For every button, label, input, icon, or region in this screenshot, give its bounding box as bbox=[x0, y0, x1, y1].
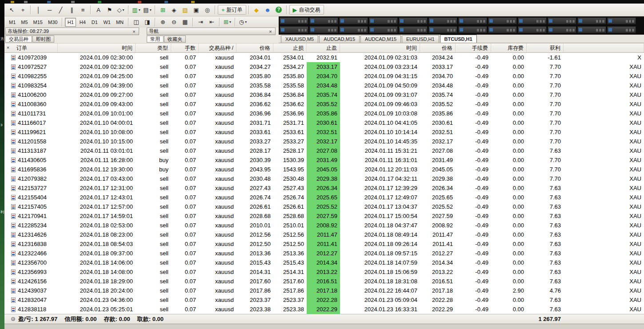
minimized-chart-titlebar[interactable] bbox=[488, 17, 517, 24]
crosshair-tool-button[interactable]: + bbox=[18, 5, 28, 15]
arrange-windows-button[interactable]: ◫ bbox=[131, 17, 141, 27]
arrows-tool-button[interactable]: ⚑ bbox=[104, 5, 115, 15]
timeframe-button-m5[interactable]: M5 bbox=[19, 18, 30, 27]
navigate-button[interactable]: ◈ bbox=[169, 5, 179, 15]
chart-tab-eurusd-h1[interactable]: EURUSD,H1 bbox=[402, 35, 439, 43]
chart-tab-btcusd-h1[interactable]: BTCUSD,H1 bbox=[440, 35, 477, 43]
community-button[interactable]: ☻ bbox=[263, 5, 273, 15]
timeframe-button-h1[interactable]: H1 bbox=[65, 18, 76, 27]
timeframe-button-mn[interactable]: MN bbox=[114, 18, 126, 27]
history-row[interactable]: 4111996212024.01.10 10:08:00sell0.07xauu… bbox=[4, 127, 644, 137]
trendline-tool-button[interactable]: ╱ bbox=[56, 5, 66, 15]
channel-tool-button[interactable]: ∥ bbox=[67, 5, 77, 15]
expand-window-button[interactable]: ⊞ bbox=[158, 5, 168, 15]
minimized-chart-titlebar[interactable] bbox=[428, 26, 457, 33]
column-header-order[interactable]: 订单 bbox=[11, 44, 58, 52]
minimized-chart-titlebar[interactable] bbox=[369, 17, 398, 24]
minimized-chart-titlebar[interactable] bbox=[518, 17, 547, 24]
column-header-type[interactable]: 类型 bbox=[136, 44, 171, 52]
minimized-chart-titlebar[interactable] bbox=[607, 17, 636, 24]
column-header-tp[interactable]: 止盈 bbox=[307, 44, 340, 52]
horizontal-line-tool-button[interactable]: ─ bbox=[44, 5, 55, 15]
history-row[interactable]: 4128381182024.01.23 05:25:01sell0.07xauu… bbox=[4, 305, 644, 314]
new-chart-button[interactable]: ▥▾ bbox=[131, 5, 141, 15]
history-row[interactable]: 4124390372024.01.18 20:24:00sell0.07xauu… bbox=[4, 286, 644, 295]
cursor-tool-button[interactable]: ↖ bbox=[7, 5, 17, 15]
timeframe-button-w1[interactable]: W1 bbox=[101, 18, 113, 27]
profiles-button[interactable]: ▤▾ bbox=[142, 5, 152, 15]
history-row[interactable]: 4110083602024.01.09 09:43:00sell0.07xauu… bbox=[4, 99, 644, 109]
history-row[interactable]: 4112015582024.01.10 10:15:00sell0.07xauu… bbox=[4, 137, 644, 146]
minimized-chart-titlebar[interactable] bbox=[339, 17, 368, 24]
chart-tab-audcad-m15[interactable]: AUDCAD,M15 bbox=[319, 35, 360, 43]
templates-button[interactable]: ▧ bbox=[180, 5, 190, 15]
minimized-chart-titlebar[interactable] bbox=[577, 17, 606, 24]
text-tool-button[interactable]: A bbox=[93, 5, 104, 15]
column-header-close-time[interactable]: 时间 bbox=[340, 44, 420, 52]
history-row[interactable]: 4123168382024.01.18 08:54:03sell0.07xauu… bbox=[4, 239, 644, 249]
history-row[interactable]: 4110117312024.01.09 10:01:00sell0.07xauu… bbox=[4, 109, 644, 118]
help-button[interactable]: ? bbox=[274, 5, 284, 15]
indicators-dropdown-button[interactable]: ⊞▾ bbox=[222, 17, 232, 27]
shapes-dropdown-button[interactable]: ◇▾ bbox=[116, 5, 126, 15]
market-watch-tab[interactable]: 交易品种 bbox=[5, 36, 32, 43]
history-row[interactable]: 4123567002024.01.18 14:06:00sell0.07xauu… bbox=[4, 258, 644, 267]
minimized-chart-titlebar[interactable] bbox=[280, 26, 308, 33]
minimized-chart-titlebar[interactable] bbox=[428, 17, 457, 24]
column-header-symbol[interactable]: 交易品种 / bbox=[199, 44, 236, 52]
history-row[interactable]: 4109720392024.01.09 02:30:00sell0.07xauu… bbox=[4, 53, 644, 62]
column-header-sl[interactable]: 止损 bbox=[273, 44, 307, 52]
history-row[interactable]: 4121574052024.01.17 12:57:00sell0.07xauu… bbox=[4, 202, 644, 211]
column-header-commission[interactable]: 手续费 bbox=[456, 44, 491, 52]
zoom-in-button[interactable]: ⊕ bbox=[158, 17, 168, 27]
minimized-chart-titlebar[interactable] bbox=[369, 26, 398, 33]
minimized-chart-titlebar[interactable] bbox=[399, 26, 428, 33]
minimized-chart-titlebar[interactable] bbox=[339, 26, 368, 33]
history-row[interactable]: 4111660172024.01.10 04:00:01sell0.07xauu… bbox=[4, 118, 644, 127]
minimized-chart-titlebar[interactable] bbox=[518, 26, 547, 33]
history-row[interactable]: 4109822552024.01.09 04:25:00sell0.07xauu… bbox=[4, 71, 644, 81]
autoscroll-button[interactable]: ⇥ bbox=[196, 17, 206, 27]
market-watch-header[interactable]: 市场报价: 08:27:39 × bbox=[5, 28, 139, 35]
timeframe-button-d1[interactable]: D1 bbox=[89, 18, 100, 27]
column-header-close-price[interactable]: 价格 bbox=[420, 44, 456, 52]
history-row[interactable]: 4123224662024.01.18 09:37:00sell0.07xauu… bbox=[4, 249, 644, 258]
autotrading-button[interactable]: ▶自动交易 bbox=[289, 5, 324, 15]
grid-button[interactable]: ▦ bbox=[180, 17, 190, 27]
minimized-chart-titlebar[interactable] bbox=[309, 17, 338, 24]
timeframe-button-m15[interactable]: M15 bbox=[31, 18, 45, 27]
chart-shift-button[interactable]: ⇤ bbox=[207, 17, 217, 27]
navigator-tab[interactable]: 收藏夹 bbox=[164, 36, 186, 43]
minimized-chart-titlebar[interactable] bbox=[577, 26, 606, 33]
close-terminal-icon[interactable]: × bbox=[5, 45, 11, 50]
column-header-comment[interactable] bbox=[564, 44, 644, 52]
navigator-header[interactable]: 导航 × bbox=[147, 28, 276, 35]
history-row[interactable]: 4128320472024.01.23 04:36:00sell0.07xauu… bbox=[4, 295, 644, 305]
minimized-chart-titlebar[interactable] bbox=[548, 26, 576, 33]
navigator-tab[interactable]: 常用 bbox=[147, 36, 164, 43]
minimized-chart-titlebar[interactable] bbox=[458, 17, 487, 24]
minimized-chart-titlebar[interactable] bbox=[458, 26, 487, 33]
data-window-button[interactable]: ◨ bbox=[142, 17, 152, 27]
history-row[interactable]: 4121554042024.01.17 12:43:01sell0.07xauu… bbox=[4, 193, 644, 202]
history-row[interactable]: 4114306052024.01.11 16:28:00buy0.07xauus… bbox=[4, 155, 644, 165]
column-header-swap[interactable]: 库存费 bbox=[491, 44, 527, 52]
history-row[interactable]: 4121709412024.01.17 14:59:01sell0.07xauu… bbox=[4, 211, 644, 221]
minimized-chart-titlebar[interactable] bbox=[399, 17, 428, 24]
chart-tab-audcad-m15[interactable]: AUDCAD,M15 bbox=[360, 35, 401, 43]
close-icon[interactable]: × bbox=[268, 28, 273, 34]
zoom-button[interactable]: ◎ bbox=[202, 5, 212, 15]
minimized-chart-titlebar[interactable] bbox=[548, 17, 576, 24]
timeframe-button-m1[interactable]: M1 bbox=[7, 18, 18, 27]
fibonacci-tool-button[interactable]: ≡ bbox=[78, 5, 88, 15]
column-header-open-time[interactable]: 时间 bbox=[58, 44, 136, 52]
history-row[interactable]: 4109832542024.01.09 04:39:00sell0.07xauu… bbox=[4, 81, 644, 90]
minimized-chart-titlebar[interactable] bbox=[309, 26, 338, 33]
timeframe-button-m30[interactable]: M30 bbox=[46, 18, 60, 27]
column-header-profit[interactable]: 获利 bbox=[527, 44, 564, 52]
tile-windows-button[interactable]: ▣ bbox=[191, 5, 201, 15]
history-row[interactable]: 4123569932024.01.18 14:08:00sell0.07xauu… bbox=[4, 267, 644, 277]
history-row[interactable]: 4121537272024.01.17 12:31:00sell0.07xauu… bbox=[4, 183, 644, 193]
column-header-open-price[interactable]: 价格 bbox=[236, 44, 273, 52]
new-order-button[interactable]: +新订单 bbox=[218, 5, 246, 15]
